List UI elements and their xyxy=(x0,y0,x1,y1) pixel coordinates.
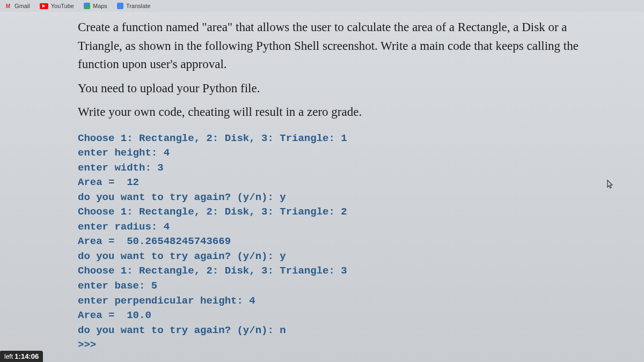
shell-line: do you want to try again? (y/n): n xyxy=(78,323,612,338)
bookmark-label: Translate xyxy=(126,3,150,9)
shell-line: enter radius: 4 xyxy=(78,220,612,235)
shell-line: do you want to try again? (y/n): y xyxy=(78,249,612,264)
youtube-icon: ▶ xyxy=(40,3,48,9)
translate-icon xyxy=(117,3,123,9)
python-shell-output: Choose 1: Rectangle, 2: Disk, 3: Triangl… xyxy=(78,129,612,353)
bookmark-label: YouTube xyxy=(51,3,74,9)
question-content: Create a function named "area" that allo… xyxy=(0,12,644,353)
timer-time: 1:14:06 xyxy=(14,352,39,360)
instruction-paragraph-1: Create a function named "area" that allo… xyxy=(78,18,612,74)
shell-line: enter height: 4 xyxy=(78,146,612,161)
shell-line: do you want to try again? (y/n): y xyxy=(78,190,612,205)
shell-line: Choose 1: Rectangle, 2: Disk, 3: Triangl… xyxy=(78,131,612,146)
shell-line: Choose 1: Rectangle, 2: Disk, 3: Triangl… xyxy=(78,264,612,279)
bookmarks-bar: M Gmail ▶ YouTube Maps Translate xyxy=(0,0,644,12)
instruction-paragraph-2: You need to upload your Python file. xyxy=(78,79,612,98)
instructions: Create a function named "area" that allo… xyxy=(78,18,612,122)
shell-line: Choose 1: Rectangle, 2: Disk, 3: Triangl… xyxy=(78,205,612,220)
bookmark-gmail[interactable]: M Gmail xyxy=(4,2,30,10)
gmail-icon: M xyxy=(4,2,12,10)
maps-icon xyxy=(84,3,90,9)
timer-prefix: left xyxy=(4,353,14,360)
shell-line: >>> xyxy=(78,338,612,353)
bookmark-translate[interactable]: Translate xyxy=(117,3,150,9)
bookmark-maps[interactable]: Maps xyxy=(84,3,107,9)
shell-line: enter base: 5 xyxy=(78,279,612,294)
shell-line: Area = 12 xyxy=(78,175,612,190)
bookmark-label: Maps xyxy=(93,3,107,9)
shell-line: Area = 10.0 xyxy=(78,308,612,323)
bookmark-youtube[interactable]: ▶ YouTube xyxy=(40,3,74,9)
instruction-paragraph-3: Write your own code, cheating will resul… xyxy=(78,103,612,122)
cursor-icon xyxy=(607,180,614,191)
timer-badge: left 1:14:06 xyxy=(0,351,43,362)
shell-line: enter perpendicular height: 4 xyxy=(78,294,612,309)
shell-line: Area = 50.26548245743669 xyxy=(78,234,612,249)
bookmark-label: Gmail xyxy=(14,3,30,9)
shell-line: enter width: 3 xyxy=(78,161,612,176)
